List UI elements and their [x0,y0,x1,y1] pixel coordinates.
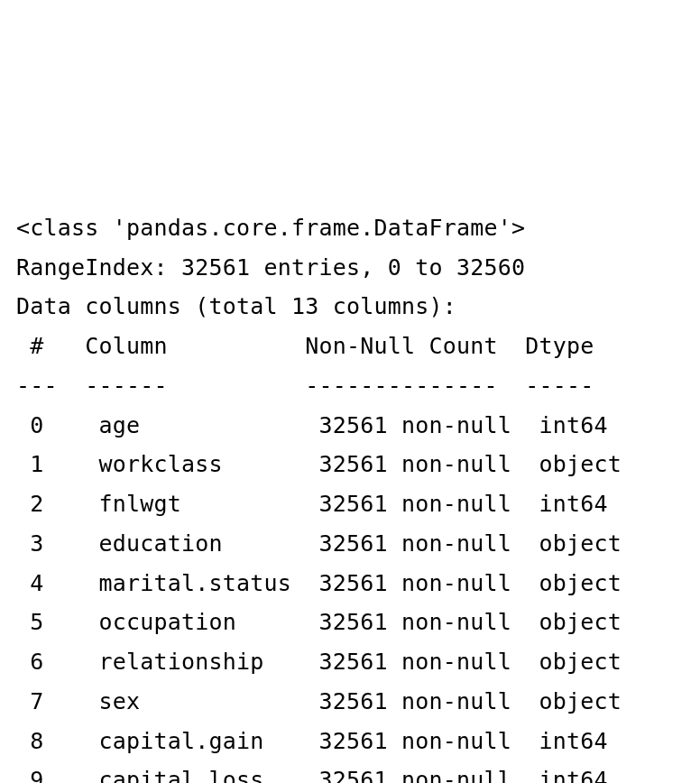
dataframe-info-output: <class 'pandas.core.frame.DataFrame'> Ra… [16,169,684,783]
column-row: 1 workclass 32561 non-null object [16,451,622,477]
column-row: 5 occupation 32561 non-null object [16,609,622,635]
column-row: 8 capital.gain 32561 non-null int64 [16,728,608,754]
class-line: <class 'pandas.core.frame.DataFrame'> [16,215,525,241]
column-row: 4 marital.status 32561 non-null object [16,570,622,596]
column-row: 3 education 32561 non-null object [16,530,622,557]
column-row: 0 age 32561 non-null int64 [16,412,608,438]
range-index-line: RangeIndex: 32561 entries, 0 to 32560 [16,254,525,281]
column-row: 6 relationship 32561 non-null object [16,649,622,675]
table-header-line: # Column Non-Null Count Dtype [16,333,608,359]
table-separator-line: --- ------ -------------- ----- [16,373,608,399]
column-row: 2 fnlwgt 32561 non-null int64 [16,491,608,517]
column-row: 9 capital.loss 32561 non-null int64 [16,767,608,783]
data-columns-line: Data columns (total 13 columns): [16,293,456,319]
column-row: 7 sex 32561 non-null object [16,688,622,714]
